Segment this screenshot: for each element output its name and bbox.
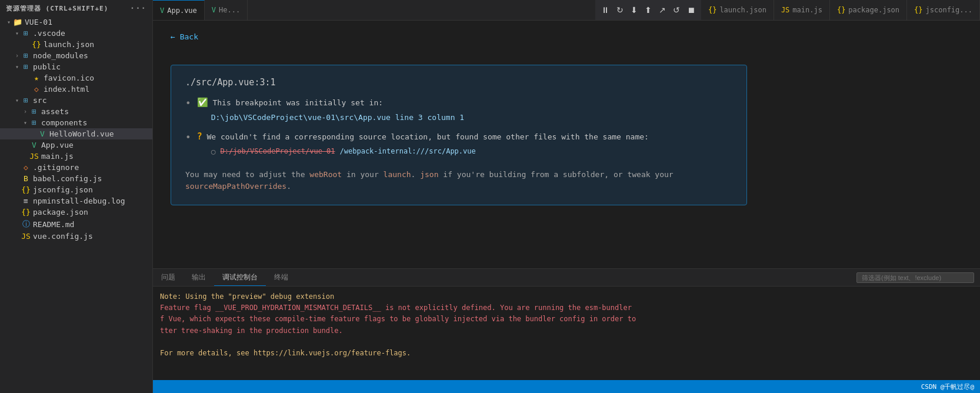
terminal-line-1: Note: Using the "preview" debug extensio…	[160, 291, 973, 302]
jsconfig-label: jsconfig.json	[33, 185, 93, 194]
terminal-line-2: Feature flag __VUE_PROD_HYDRATION_MISMAT…	[160, 302, 973, 314]
sidebar-item-components[interactable]: ▾ ⊞ components	[0, 117, 152, 128]
vue-config-label: vue.config.js	[33, 232, 93, 241]
assets-label: assets	[41, 107, 69, 116]
panel-tab-output[interactable]: 输出	[184, 269, 214, 286]
folder-icon: ⊞	[21, 62, 31, 71]
src-label: src	[33, 96, 46, 105]
bp-check-icon: ✅	[197, 97, 208, 108]
filter-input[interactable]	[856, 272, 974, 283]
json-icon: {}	[21, 185, 31, 194]
sidebar-item-vscode[interactable]: ▾ ⊞ .vscode	[0, 28, 152, 39]
bp-sourcemap[interactable]: sourceMapPathOverrides	[185, 182, 286, 191]
panel-tab-terminal[interactable]: 终端	[266, 269, 296, 286]
bp-dot: .	[411, 170, 416, 179]
tab-helloworld-label: He...	[219, 6, 240, 14]
public-label: public	[33, 62, 61, 71]
sidebar-item-readme[interactable]: ⓘ README.md	[0, 218, 152, 231]
sidebar-item-main-js[interactable]: JS main.js	[0, 151, 152, 162]
tab-package-json[interactable]: {} package.json	[830, 0, 907, 20]
readme-label: README.md	[33, 220, 74, 229]
main-js-label: main.js	[41, 152, 74, 161]
bp-item-1-label: This breakpoint was initially set in:	[212, 98, 383, 107]
node-arrow: ›	[13, 52, 21, 59]
debug-step-out-btn[interactable]: ↗	[656, 4, 668, 16]
tab-jsconfig-label: jsconfig...	[926, 6, 972, 14]
panel-tab-problems[interactable]: 问题	[153, 269, 184, 286]
sidebar-item-public[interactable]: ▾ ⊞ public	[0, 61, 152, 72]
tab-helloworld[interactable]: V He...	[205, 0, 248, 20]
panel-tab-debug-console[interactable]: 调试控制台	[214, 269, 266, 286]
sidebar-item-babel[interactable]: B babel.config.js	[0, 173, 152, 184]
bp-link-normal[interactable]: /webpack-internal:///src/App.vue	[340, 147, 476, 155]
helloworld-label: HelloWorld.vue	[49, 129, 114, 138]
app-vue-label: App.vue	[41, 141, 74, 149]
root-label: VUE-01	[25, 18, 52, 26]
bp-json: json	[420, 170, 438, 179]
panel-tab-output-label: 输出	[192, 272, 206, 282]
sidebar: 资源管理器 (Ctrl+Shift+E) ··· ▾ 📁 VUE-01 ▾ ⊞ …	[0, 0, 153, 393]
public-arrow: ▾	[13, 64, 21, 70]
folder-icon: ⊞	[29, 107, 39, 116]
sidebar-item-gitignore[interactable]: ◇ .gitignore	[0, 162, 152, 173]
babel-icon: B	[21, 174, 31, 183]
bp-bullet-1: •	[185, 98, 191, 109]
bp-item-1: • ✅ This breakpoint was initially set in…	[185, 97, 732, 122]
sidebar-item-node-modules[interactable]: › ⊞ node_modules	[0, 50, 152, 61]
src-arrow: ▾	[13, 97, 21, 104]
tab-jsconfig[interactable]: {} jsconfig...	[907, 0, 980, 20]
tab-app-vue[interactable]: V App.vue	[153, 0, 205, 20]
html-icon: ◇	[32, 85, 41, 94]
debug-step-over-btn[interactable]: ⬇	[628, 4, 640, 16]
bp-bullet-2: •	[185, 132, 191, 143]
vscode-label: .vscode	[33, 29, 65, 38]
tab-main-js[interactable]: JS main.js	[774, 0, 830, 20]
package-json-label: package.json	[33, 208, 88, 217]
panel: 问题 输出 调试控制台 终端 Note: Using the "preview"…	[153, 268, 980, 380]
debug-pause-btn[interactable]: ⏸	[599, 4, 612, 16]
folder-icon: ⊞	[21, 51, 31, 60]
tab-launch-label: launch.json	[719, 6, 766, 14]
node-modules-label: node_modules	[33, 51, 88, 60]
sidebar-item-app-vue[interactable]: V App.vue	[0, 139, 152, 151]
breakpoint-card: ./src/App.vue:3:1 • ✅ This breakpoint wa…	[171, 65, 747, 205]
sidebar-item-jsconfig[interactable]: {} jsconfig.json	[0, 184, 152, 195]
debug-continue-btn[interactable]: ↺	[671, 4, 682, 16]
debug-restart-btn[interactable]: ↻	[614, 4, 626, 16]
statusbar: CSDN @千帆过尽@	[153, 380, 980, 393]
main-area: V App.vue V He... ⏸ ↻ ⬇ ⬆ ↗ ↺ ⏹ {} launc…	[153, 0, 980, 393]
js-icon: JS	[29, 152, 39, 161]
log-icon: ≡	[21, 196, 31, 205]
sidebar-item-vue-config[interactable]: JS vue.config.js	[0, 231, 152, 242]
tab-launch-json[interactable]: {} launch.json	[701, 0, 774, 20]
sidebar-item-favicon[interactable]: ★ favicon.ico	[0, 72, 152, 84]
sidebar-item-src[interactable]: ▾ ⊞ src	[0, 95, 152, 106]
sidebar-item-index-html[interactable]: ◇ index.html	[0, 84, 152, 95]
panel-tab-problems-label: 问题	[161, 272, 175, 282]
editor-area: ← Back ./src/App.vue:3:1 • ✅ This breakp…	[153, 21, 980, 380]
folder-icon: ⊞	[21, 96, 31, 105]
npminstall-label: npminstall-debug.log	[33, 196, 125, 205]
debug-stop-btn[interactable]: ⏹	[685, 4, 698, 16]
folder-icon: ⊞	[29, 118, 39, 127]
back-link[interactable]: ← Back	[171, 32, 198, 41]
more-icon[interactable]: ···	[130, 4, 146, 13]
debug-step-into-btn[interactable]: ⬆	[642, 4, 654, 16]
bp-link-striked[interactable]: D:/job/VSCodeProject/vue-01	[220, 147, 335, 155]
tab-vue-icon2: V	[212, 6, 216, 14]
sidebar-item-npminstall[interactable]: ≡ npminstall-debug.log	[0, 195, 152, 207]
breakpoint-panel: ← Back ./src/App.vue:3:1 • ✅ This breakp…	[153, 21, 980, 268]
bp-item-2-content: ? We couldn't find a corresponding sourc…	[197, 131, 649, 159]
root-arrow: ▾	[5, 19, 13, 25]
info-icon: ⓘ	[21, 219, 31, 229]
sidebar-item-assets[interactable]: › ⊞ assets	[0, 106, 152, 117]
sidebar-item-launch-json[interactable]: {} launch.json	[0, 39, 152, 50]
sidebar-item-package-json[interactable]: {} package.json	[0, 207, 152, 218]
attribution: CSDN @千帆过尽@	[921, 382, 974, 391]
sidebar-item-helloworld[interactable]: V HelloWorld.vue	[0, 128, 152, 139]
favicon-label: favicon.ico	[44, 74, 94, 82]
babel-label: babel.config.js	[33, 174, 102, 183]
panel-tab-debug-label: 调试控制台	[222, 272, 258, 282]
tree-root[interactable]: ▾ 📁 VUE-01	[0, 16, 152, 28]
panel-filter[interactable]	[851, 272, 980, 283]
